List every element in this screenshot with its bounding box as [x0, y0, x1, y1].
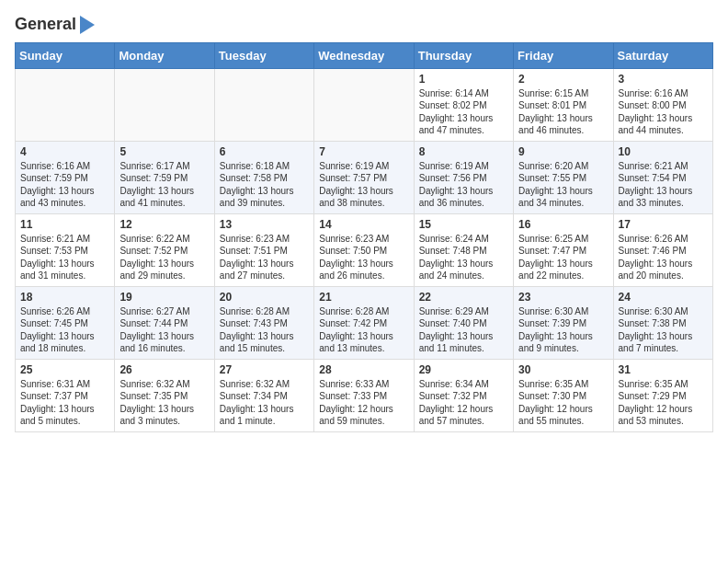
day-info-line: Sunset: 7:46 PM: [619, 245, 708, 258]
day-info-line: Sunrise: 6:25 AM: [518, 233, 608, 246]
day-info-line: Sunrise: 6:35 AM: [619, 378, 708, 391]
day-info-line: Daylight: 13 hours: [119, 330, 209, 343]
day-info-line: and 55 minutes.: [518, 415, 608, 428]
day-info-line: Sunrise: 6:28 AM: [319, 305, 408, 318]
calendar-cell: 22Sunrise: 6:29 AMSunset: 7:40 PMDayligh…: [414, 286, 513, 359]
day-info-line: Sunrise: 6:15 AM: [518, 87, 608, 100]
calendar-cell: 21Sunrise: 6:28 AMSunset: 7:42 PMDayligh…: [314, 286, 414, 359]
day-info-line: Daylight: 13 hours: [419, 185, 508, 198]
calendar-cell: 25Sunrise: 6:31 AMSunset: 7:37 PMDayligh…: [16, 359, 115, 431]
day-info-line: and 3 minutes.: [119, 415, 209, 428]
day-info-line: Sunset: 7:37 PM: [20, 390, 109, 403]
day-info-line: Sunrise: 6:27 AM: [119, 305, 209, 318]
calendar-cell: 7Sunrise: 6:19 AMSunset: 7:57 PMDaylight…: [314, 141, 414, 213]
day-number: 22: [419, 291, 508, 304]
day-info-line: Sunset: 7:43 PM: [220, 317, 309, 330]
day-info-line: Sunset: 7:29 PM: [619, 390, 708, 403]
day-info-line: Sunrise: 6:29 AM: [419, 305, 508, 318]
calendar-header-thursday: Thursday: [414, 42, 513, 68]
day-number: 24: [619, 291, 708, 304]
day-info-line: Sunset: 7:58 PM: [220, 172, 309, 185]
day-info-line: Daylight: 12 hours: [419, 403, 508, 416]
day-info-line: Sunset: 7:34 PM: [220, 390, 309, 403]
calendar-cell: 17Sunrise: 6:26 AMSunset: 7:46 PMDayligh…: [613, 213, 712, 286]
day-number: 1: [419, 73, 508, 86]
day-info-line: Sunrise: 6:34 AM: [419, 378, 508, 391]
calendar-header-sunday: Sunday: [16, 42, 115, 68]
day-info-line: Sunrise: 6:26 AM: [619, 233, 708, 246]
day-info-line: Daylight: 13 hours: [419, 330, 508, 343]
day-info-line: and 53 minutes.: [619, 415, 708, 428]
calendar-cell: 10Sunrise: 6:21 AMSunset: 7:54 PMDayligh…: [613, 141, 712, 213]
day-info-line: Sunset: 7:47 PM: [518, 245, 608, 258]
calendar-cell: 30Sunrise: 6:35 AMSunset: 7:30 PMDayligh…: [514, 359, 613, 431]
day-info-line: Sunrise: 6:19 AM: [419, 160, 508, 173]
day-number: 25: [20, 363, 109, 376]
day-info-line: Sunrise: 6:17 AM: [119, 160, 209, 173]
day-info-line: Sunrise: 6:26 AM: [20, 305, 109, 318]
day-number: 17: [619, 218, 708, 231]
day-info-line: and 24 minutes.: [419, 270, 508, 282]
day-info-line: and 31 minutes.: [20, 270, 109, 282]
calendar-cell: 14Sunrise: 6:23 AMSunset: 7:50 PMDayligh…: [314, 213, 414, 286]
day-info-line: and 18 minutes.: [20, 342, 109, 355]
day-info-line: and 44 minutes.: [619, 124, 708, 137]
calendar-table: SundayMondayTuesdayWednesdayThursdayFrid…: [15, 42, 713, 432]
calendar-header-saturday: Saturday: [613, 42, 712, 68]
day-info-line: Sunset: 7:44 PM: [119, 317, 209, 330]
day-info-line: Daylight: 13 hours: [119, 403, 209, 416]
day-number: 27: [220, 363, 309, 376]
calendar-cell: 11Sunrise: 6:21 AMSunset: 7:53 PMDayligh…: [16, 213, 115, 286]
day-number: 18: [20, 291, 109, 304]
day-info-line: and 22 minutes.: [518, 270, 608, 282]
day-info-line: Sunset: 7:35 PM: [119, 390, 209, 403]
day-info-line: Daylight: 13 hours: [119, 185, 209, 198]
logo-text-block: General: [15, 15, 95, 35]
day-info-line: Daylight: 13 hours: [619, 258, 708, 270]
calendar-cell: 23Sunrise: 6:30 AMSunset: 7:39 PMDayligh…: [514, 286, 613, 359]
day-info-line: and 38 minutes.: [319, 197, 408, 210]
day-info-line: Sunrise: 6:18 AM: [220, 160, 309, 173]
calendar-cell: 27Sunrise: 6:32 AMSunset: 7:34 PMDayligh…: [214, 359, 313, 431]
day-info-line: Daylight: 13 hours: [220, 258, 309, 270]
logo-line1: General: [15, 15, 95, 35]
calendar-cell: [314, 68, 414, 141]
day-info-line: Sunset: 7:59 PM: [20, 172, 109, 185]
day-info-line: and 15 minutes.: [220, 342, 309, 355]
day-number: 8: [419, 145, 508, 158]
day-number: 11: [20, 218, 109, 231]
day-number: 16: [518, 218, 608, 231]
calendar-cell: 4Sunrise: 6:16 AMSunset: 7:59 PMDaylight…: [16, 141, 115, 213]
day-info-line: Sunrise: 6:35 AM: [518, 378, 608, 391]
day-info-line: Sunrise: 6:16 AM: [20, 160, 109, 173]
day-info-line: Daylight: 13 hours: [518, 185, 608, 198]
calendar-cell: 6Sunrise: 6:18 AMSunset: 7:58 PMDaylight…: [214, 141, 313, 213]
day-number: 6: [220, 145, 309, 158]
day-number: 5: [119, 145, 209, 158]
day-info-line: Daylight: 13 hours: [319, 330, 408, 343]
day-info-line: Sunset: 7:57 PM: [319, 172, 408, 185]
day-info-line: and 5 minutes.: [20, 415, 109, 428]
day-number: 30: [518, 363, 608, 376]
day-info-line: and 36 minutes.: [419, 197, 508, 210]
day-info-line: Sunrise: 6:28 AM: [220, 305, 309, 318]
day-number: 13: [220, 218, 309, 231]
day-number: 26: [119, 363, 209, 376]
day-info-line: Sunset: 8:01 PM: [518, 99, 608, 112]
day-info-line: Daylight: 13 hours: [20, 185, 109, 198]
calendar-cell: 16Sunrise: 6:25 AMSunset: 7:47 PMDayligh…: [514, 213, 613, 286]
day-number: 15: [419, 218, 508, 231]
day-number: 4: [20, 145, 109, 158]
day-info-line: Daylight: 13 hours: [419, 112, 508, 125]
day-info-line: Daylight: 12 hours: [518, 403, 608, 416]
day-info-line: Daylight: 13 hours: [20, 258, 109, 270]
calendar-cell: 8Sunrise: 6:19 AMSunset: 7:56 PMDaylight…: [414, 141, 513, 213]
calendar-cell: 15Sunrise: 6:24 AMSunset: 7:48 PMDayligh…: [414, 213, 513, 286]
day-info-line: Sunset: 7:50 PM: [319, 245, 408, 258]
calendar-cell: 18Sunrise: 6:26 AMSunset: 7:45 PMDayligh…: [16, 286, 115, 359]
calendar-cell: 24Sunrise: 6:30 AMSunset: 7:38 PMDayligh…: [613, 286, 712, 359]
day-info-line: Sunset: 7:40 PM: [419, 317, 508, 330]
calendar-header-monday: Monday: [115, 42, 214, 68]
calendar-cell: 3Sunrise: 6:16 AMSunset: 8:00 PMDaylight…: [613, 68, 712, 141]
logo: General: [15, 15, 95, 35]
